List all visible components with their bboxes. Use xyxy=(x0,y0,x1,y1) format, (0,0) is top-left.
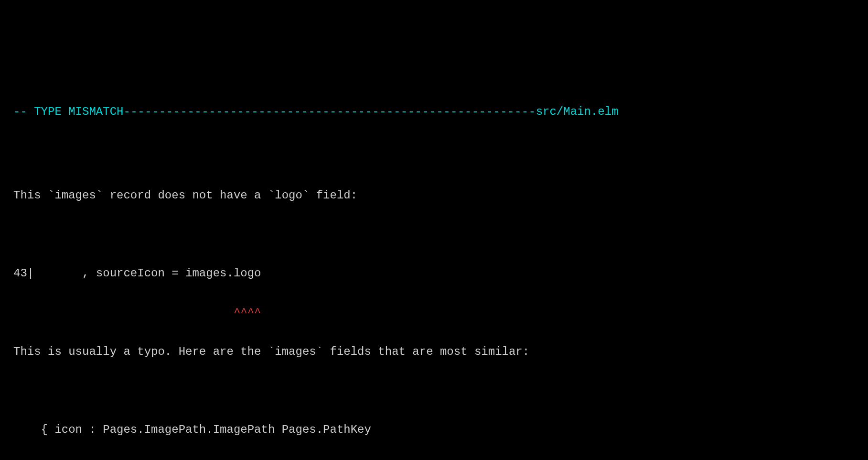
blank-line xyxy=(13,225,855,245)
blank-line xyxy=(13,381,855,401)
error-file-path: src/Main.elm xyxy=(536,102,619,122)
header-separator: ----------------------------------------… xyxy=(123,102,536,122)
error-code-line: 43| , sourceIcon = images.logo xyxy=(13,264,855,284)
error-caret-line: ^^^^ xyxy=(13,303,855,323)
error-type-label: -- TYPE MISMATCH xyxy=(13,102,123,122)
error-header: -- TYPE MISMATCH -----------------------… xyxy=(13,102,855,122)
record-line: { icon : Pages.ImagePath.ImagePath Pages… xyxy=(13,420,855,440)
compiler-error-output: -- TYPE MISMATCH -----------------------… xyxy=(13,83,855,460)
error-intro: This `images` record does not have a `lo… xyxy=(13,186,855,206)
error-typo-hint: This is usually a typo. Here are the `im… xyxy=(13,342,855,362)
blank-line xyxy=(13,147,855,167)
